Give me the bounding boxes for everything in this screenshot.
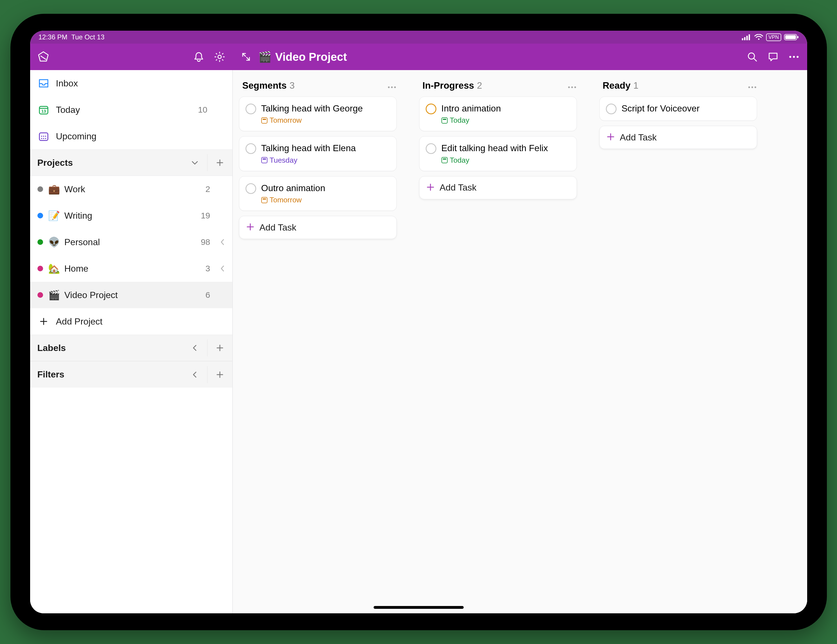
more-icon xyxy=(388,86,396,88)
svg-point-17 xyxy=(748,53,755,59)
svg-point-38 xyxy=(748,87,750,88)
task-date: Tuesday xyxy=(261,156,356,165)
plus-icon xyxy=(38,317,50,326)
project-row-writing[interactable]: 📝Writing19 xyxy=(30,202,232,229)
svg-point-28 xyxy=(45,136,46,137)
project-row-video-project[interactable]: 🎬Video Project6 xyxy=(30,282,232,308)
project-name: Writing xyxy=(64,211,188,221)
chevron-left-icon[interactable] xyxy=(215,265,230,272)
project-row-home[interactable]: 🏡Home3 xyxy=(30,255,232,282)
app-header: 🎬 Video Project xyxy=(30,44,807,70)
task-card[interactable]: Edit talking head with FelixToday xyxy=(419,136,577,171)
svg-rect-0 xyxy=(742,38,743,40)
column-header[interactable]: Ready1 xyxy=(597,77,760,97)
task-date-text: Today xyxy=(450,156,469,165)
projects-collapse-button[interactable] xyxy=(186,154,203,171)
svg-line-16 xyxy=(222,53,223,54)
svg-line-13 xyxy=(216,53,217,54)
task-card[interactable]: Talking head with GeorgeTomorrow xyxy=(239,97,397,131)
add-project-button[interactable]: Add Project xyxy=(30,308,232,335)
labels-section-header[interactable]: Labels xyxy=(30,335,232,361)
project-row-personal[interactable]: 👽Personal98 xyxy=(30,229,232,255)
column-menu-button[interactable] xyxy=(748,80,757,91)
home-indicator[interactable] xyxy=(374,606,464,609)
projects-section-header[interactable]: Projects xyxy=(30,149,232,176)
today-icon: 13 xyxy=(38,105,50,115)
calendar-icon xyxy=(441,117,448,124)
chevron-left-icon[interactable] xyxy=(215,238,230,246)
status-bar: 12:36 PM Tue Oct 13 VPN xyxy=(30,31,807,44)
column-count: 3 xyxy=(289,80,294,91)
search-button[interactable] xyxy=(742,46,763,67)
sidebar-item-today[interactable]: 13 Today 10 xyxy=(30,97,232,123)
labels-add-button[interactable] xyxy=(212,339,228,356)
filters-section-header[interactable]: Filters xyxy=(30,361,232,388)
board-column-segments: Segments3Talking head with GeorgeTomorro… xyxy=(236,77,399,613)
project-name: Home xyxy=(64,264,188,274)
project-emoji: 👽 xyxy=(48,237,59,247)
column-menu-button[interactable] xyxy=(388,80,396,91)
gear-icon xyxy=(214,51,225,62)
column-header[interactable]: Segments3 xyxy=(236,77,399,97)
svg-point-26 xyxy=(41,136,42,137)
task-date-text: Tuesday xyxy=(270,156,297,165)
task-checkbox[interactable] xyxy=(426,143,437,154)
svg-point-21 xyxy=(796,56,798,58)
task-checkbox[interactable] xyxy=(426,103,437,114)
project-row-work[interactable]: 💼Work2 xyxy=(30,176,232,202)
more-button[interactable] xyxy=(783,46,804,67)
filters-add-button[interactable] xyxy=(212,366,228,383)
task-card[interactable]: Intro animationToday xyxy=(419,97,577,131)
expand-collapse-button[interactable] xyxy=(236,46,256,67)
svg-text:13: 13 xyxy=(41,109,46,113)
projects-add-button[interactable] xyxy=(212,154,228,171)
project-emoji: 🏡 xyxy=(48,264,59,273)
svg-point-30 xyxy=(43,138,44,139)
svg-point-39 xyxy=(752,87,753,88)
sidebar: Inbox 13 Today 10 Upcoming xyxy=(30,70,233,613)
project-color-dot xyxy=(38,266,43,271)
svg-point-36 xyxy=(571,87,573,88)
task-checkbox[interactable] xyxy=(246,103,256,114)
vpn-badge: VPN xyxy=(766,33,781,41)
settings-button[interactable] xyxy=(209,46,230,67)
plus-icon xyxy=(606,133,615,142)
add-task-button[interactable]: Add Task xyxy=(419,176,577,199)
labels-collapse-button[interactable] xyxy=(186,339,203,356)
add-task-label: Add Task xyxy=(620,132,657,143)
task-checkbox[interactable] xyxy=(606,103,617,114)
comments-button[interactable] xyxy=(763,46,783,67)
status-time: 12:36 PM xyxy=(39,33,67,41)
svg-line-18 xyxy=(754,59,757,61)
notifications-button[interactable] xyxy=(188,46,209,67)
menu-button[interactable] xyxy=(33,46,54,67)
add-task-button[interactable]: Add Task xyxy=(239,216,397,239)
svg-point-31 xyxy=(45,138,46,139)
task-card[interactable]: Script for Voiceover xyxy=(599,97,757,121)
add-task-button[interactable]: Add Task xyxy=(599,126,757,149)
column-title: In-Progress xyxy=(423,80,474,91)
more-icon xyxy=(789,55,799,59)
sidebar-item-inbox[interactable]: Inbox xyxy=(30,70,232,97)
expand-icon xyxy=(241,52,251,61)
sidebar-item-label: Upcoming xyxy=(56,131,225,142)
svg-point-40 xyxy=(755,87,756,88)
sidebar-item-upcoming[interactable]: Upcoming xyxy=(30,123,232,149)
board-column-in-progress: In-Progress2Intro animationTodayEdit tal… xyxy=(416,77,580,613)
board[interactable]: Segments3Talking head with GeorgeTomorro… xyxy=(233,70,807,613)
task-checkbox[interactable] xyxy=(246,183,256,194)
filters-collapse-button[interactable] xyxy=(186,366,203,383)
project-title[interactable]: 🎬 Video Project xyxy=(258,51,347,63)
add-task-label: Add Task xyxy=(259,222,297,233)
sidebar-item-label: Inbox xyxy=(56,78,225,88)
svg-point-37 xyxy=(574,87,576,88)
calendar-icon xyxy=(261,117,268,124)
project-color-dot xyxy=(38,213,43,218)
header-right: 🎬 Video Project xyxy=(233,46,807,67)
task-card[interactable]: Talking head with ElenaTuesday xyxy=(239,136,397,171)
column-header[interactable]: In-Progress2 xyxy=(416,77,580,97)
column-menu-button[interactable] xyxy=(568,80,576,91)
svg-rect-1 xyxy=(744,37,745,40)
task-checkbox[interactable] xyxy=(246,143,256,154)
task-card[interactable]: Outro animationTomorrow xyxy=(239,176,397,211)
